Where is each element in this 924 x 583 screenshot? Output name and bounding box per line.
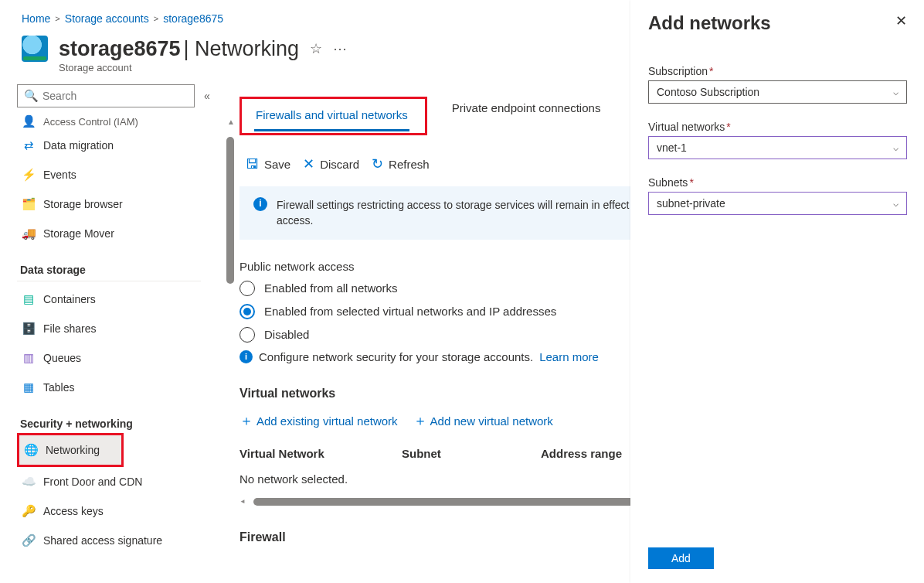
subnets-select[interactable]: subnet-private ⌵ [648,192,907,215]
chevron-right-icon: > [55,14,59,23]
save-icon: 🖫 [246,157,260,171]
discard-button[interactable]: ✕ Discard [301,157,359,171]
favorite-star-icon[interactable]: ☆ [310,40,322,57]
toolbar-label: Discard [320,158,359,171]
col-address-range: Address range [541,447,622,460]
folder-icon: 🗂️ [22,197,36,211]
sidebar-item-containers[interactable]: ▤ Containers [17,285,224,314]
discard-icon: ✕ [301,157,315,171]
highlight-box-tab: Firewalls and virtual networks [239,97,427,135]
sidebar-item-label: Storage Mover [43,227,114,240]
sidebar-item-label: Queues [43,352,81,364]
plus-icon: ＋ [239,413,253,428]
radio-icon [239,281,255,296]
refresh-button[interactable]: ↻ Refresh [370,157,430,171]
required-icon: * [689,176,693,189]
tab-firewalls[interactable]: Firewalls and virtual networks [254,104,409,131]
add-networks-panel: Add networks ✕ Subscription* Contoso Sub… [630,0,924,583]
panel-title: Add networks [648,12,771,34]
toolbar-label: Save [264,158,290,171]
close-icon[interactable]: ✕ [895,12,907,29]
chevron-down-icon: ⌵ [893,198,899,209]
sidebar-item-label: Containers [43,293,96,305]
required-icon: * [726,121,730,133]
breadcrumb-storage-accounts[interactable]: Storage accounts [65,12,149,25]
col-virtual-network: Virtual Network [239,447,355,460]
required-icon: * [709,65,713,77]
sidebar-item-storage-browser[interactable]: 🗂️ Storage browser [17,189,224,219]
select-value: vnet-1 [657,141,687,154]
sidebar-item-label: Access Control (IAM) [43,116,138,128]
sidebar-item-label: Data migration [43,139,114,152]
virtual-networks-label: Virtual networks* [648,121,907,133]
breadcrumb-home[interactable]: Home [22,12,50,25]
search-icon: 🔍 [24,89,38,103]
page-title-sep: | [184,37,195,60]
sidebar-search[interactable]: 🔍 [17,84,195,107]
sidebar-search-input[interactable] [42,90,188,102]
sidebar-item-label: Shared access signature [43,534,162,547]
save-button[interactable]: 🖫 Save [246,157,290,171]
sidebar-item-label: Access keys [43,505,104,517]
plus-icon: ＋ [413,413,427,428]
add-button[interactable]: Add [648,547,714,569]
sidebar: 🔍 « ▲ 👤 Access Control (IAM) ⇄ Data migr… [0,84,232,555]
mover-icon: 🚚 [22,227,36,240]
more-icon[interactable]: ⋯ [333,40,347,57]
subnets-label: Subnets* [648,176,907,189]
radio-icon [239,304,255,319]
signature-icon: 🔗 [22,534,36,547]
sidebar-section-data-storage: Data storage [17,248,201,281]
sidebar-item-tables[interactable]: ▦ Tables [17,373,224,402]
hint-text: Configure network security for your stor… [259,350,533,363]
file-shares-icon: 🗄️ [22,322,36,336]
sidebar-item-sas[interactable]: 🔗 Shared access signature [17,526,224,555]
highlight-box-networking: 🌐 Networking [17,433,124,467]
collapse-sidebar-icon[interactable]: « [204,90,210,102]
virtual-networks-select[interactable]: vnet-1 ⌵ [648,136,907,159]
add-new-vnet-button[interactable]: ＋Add new virtual network [413,411,553,430]
storage-account-icon [22,36,48,62]
sidebar-item-front-door[interactable]: ☁️ Front Door and CDN [17,467,224,496]
info-icon: i [239,350,253,363]
key-icon: 🔑 [22,504,36,518]
learn-more-link[interactable]: Learn more [539,350,599,363]
sidebar-item-storage-mover[interactable]: 🚚 Storage Mover [17,219,224,248]
col-subnet: Subnet [402,447,494,460]
add-existing-vnet-button[interactable]: ＋Add existing virtual network [239,411,398,430]
sidebar-item-access-control[interactable]: 👤 Access Control (IAM) [17,112,224,131]
toolbar-label: Refresh [389,158,430,171]
sidebar-item-label: Tables [43,381,74,394]
tables-icon: ▦ [22,380,36,394]
page-title-section: Networking [195,37,299,60]
tab-private-endpoints[interactable]: Private endpoint connections [450,97,603,135]
lightning-icon: ⚡ [22,168,36,182]
subscription-select[interactable]: Contoso Subscription ⌵ [648,80,907,104]
sidebar-item-label: Storage browser [43,198,123,210]
refresh-icon: ↻ [370,157,384,171]
sidebar-item-access-keys[interactable]: 🔑 Access keys [17,496,224,526]
sidebar-item-file-shares[interactable]: 🗄️ File shares [17,314,224,343]
sidebar-item-events[interactable]: ⚡ Events [17,160,224,189]
select-value: subnet-private [657,197,725,210]
sidebar-section-security-networking: Security + networking [17,402,224,433]
radio-label: Disabled [264,328,309,341]
sidebar-item-queues[interactable]: ▥ Queues [17,343,224,373]
breadcrumb-current[interactable]: storage8675 [163,12,223,25]
action-label: Add new virtual network [430,414,553,428]
sidebar-item-label: Events [43,169,76,181]
subscription-label: Subscription* [648,65,907,77]
migration-icon: ⇄ [22,138,36,152]
sidebar-item-label: Front Door and CDN [43,476,142,488]
sidebar-item-networking[interactable]: 🌐 Networking [19,435,121,465]
front-door-icon: ☁️ [22,475,36,489]
action-label: Add existing virtual network [256,414,398,428]
chevron-down-icon: ⌵ [893,142,899,153]
sidebar-item-label: File shares [43,322,96,335]
info-icon: i [253,197,267,211]
globe-icon: 🌐 [24,443,38,457]
radio-label: Enabled from selected virtual networks a… [264,305,556,318]
sidebar-item-data-migration[interactable]: ⇄ Data migration [17,131,224,160]
chevron-right-icon: > [154,14,158,23]
queues-icon: ▥ [22,351,36,365]
